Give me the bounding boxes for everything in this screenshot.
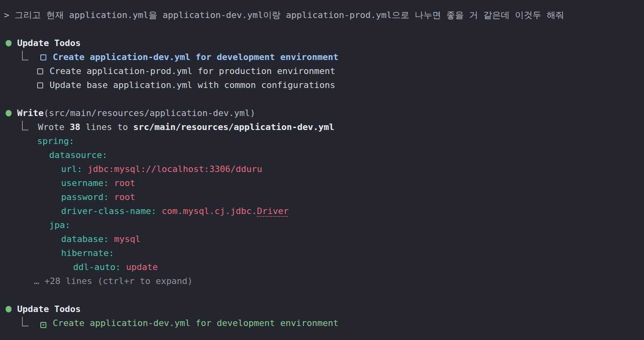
- yaml-line: hibernate:: [0, 246, 644, 260]
- connector-icon: [22, 317, 28, 326]
- yaml-key: database:: [61, 234, 109, 244]
- tool-bullet-icon: [6, 40, 12, 46]
- yaml-key: jpa:: [49, 220, 70, 230]
- yaml-line: jpa:: [0, 218, 644, 232]
- user-prompt: > 그리고 현재 application.yml을 application-de…: [0, 8, 644, 22]
- connector-icon: [22, 121, 28, 130]
- tool-call-write: Write(src/main/resources/application-dev…: [0, 106, 644, 120]
- yaml-key: username:: [61, 178, 109, 188]
- yaml-key: driver-class-name:: [61, 206, 156, 216]
- yaml-line: datasource:: [0, 148, 644, 162]
- yaml-value: root: [109, 178, 135, 188]
- yaml-line: url: jdbc:mysql://localhost:3306/dduru: [0, 162, 644, 176]
- yaml-key: password:: [61, 192, 109, 202]
- blank-line: [0, 92, 644, 106]
- collapsed-hint: … +28 lines (ctrl+r to expand): [34, 276, 193, 286]
- todo-item-active: Create application-dev.yml for developme…: [0, 50, 644, 64]
- yaml-value: mysql: [109, 234, 140, 244]
- yaml-value: root: [109, 192, 135, 202]
- tool-call-update-todos: Update Todos: [0, 36, 644, 50]
- checkbox-unchecked-icon: [40, 54, 46, 60]
- yaml-key: datasource:: [49, 150, 107, 160]
- checkbox-unchecked-icon: [37, 68, 43, 74]
- checkbox-unchecked-icon: [37, 82, 43, 88]
- tool-bullet-icon: [6, 306, 12, 312]
- file-path: src/main/resources/application-dev.yml: [133, 122, 334, 132]
- tool-bullet-icon: [6, 110, 12, 116]
- tool-result-wrote: Wrote 38 lines to src/main/resources/app…: [0, 120, 644, 134]
- tool-name: Update Todos: [17, 38, 81, 48]
- todo-label: Update base application.yml with common …: [50, 80, 335, 90]
- yaml-key: spring:: [37, 136, 74, 146]
- yaml-value: jdbc:mysql://localhost:3306/dduru: [82, 164, 262, 174]
- blank-line: [0, 288, 644, 302]
- yaml-value-misspelled: Driver: [257, 206, 288, 216]
- yaml-value: com.mysql.cj.jdbc.: [156, 206, 257, 216]
- yaml-line: password: root: [0, 190, 644, 204]
- yaml-line: database: mysql: [0, 232, 644, 246]
- checkbox-checked-icon: ×: [40, 322, 46, 328]
- blank-line: [0, 22, 644, 36]
- line-count: 38: [70, 122, 80, 132]
- yaml-line: driver-class-name: com.mysql.cj.jdbc.Dri…: [0, 204, 644, 218]
- todo-item-completed: ×Create application-dev.yml for developm…: [0, 316, 644, 330]
- yaml-key: hibernate:: [61, 248, 114, 258]
- yaml-key: ddl-auto:: [73, 262, 121, 272]
- tool-name: Write: [17, 108, 44, 118]
- yaml-line: ddl-auto: update: [0, 260, 644, 274]
- todo-item: Update base application.yml with common …: [0, 78, 644, 92]
- todo-label: Create application-prod.yml for producti…: [50, 66, 335, 76]
- result-text: Wrote: [38, 122, 70, 132]
- todo-label: Create application-dev.yml for developme…: [53, 52, 338, 62]
- todo-label: Create application-dev.yml for developme…: [53, 318, 338, 328]
- tool-call-update-todos: Update Todos: [0, 302, 644, 316]
- yaml-line: username: root: [0, 176, 644, 190]
- yaml-key: url:: [61, 164, 82, 174]
- collapsed-lines-indicator: … +28 lines (ctrl+r to expand): [0, 274, 644, 288]
- tool-args: (src/main/resources/application-dev.yml): [44, 108, 255, 118]
- result-text: lines to: [80, 122, 133, 132]
- terminal-output: > 그리고 현재 application.yml을 application-de…: [0, 0, 644, 340]
- todo-item: Create application-prod.yml for producti…: [0, 64, 644, 78]
- yaml-line: spring:: [0, 134, 644, 148]
- yaml-value: update: [121, 262, 158, 272]
- tool-name: Update Todos: [17, 304, 81, 314]
- connector-icon: [22, 51, 28, 60]
- prompt-text: > 그리고 현재 application.yml을 application-de…: [4, 10, 564, 20]
